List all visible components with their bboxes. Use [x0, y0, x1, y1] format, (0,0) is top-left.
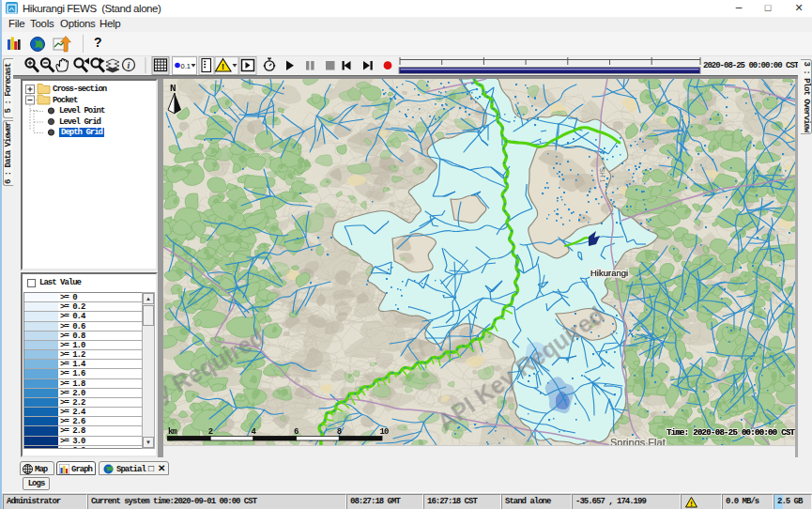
svg-text:10: 10 [380, 427, 389, 437]
svg-text:!: ! [222, 62, 224, 71]
svg-text:i: i [128, 60, 130, 70]
svg-text:2: 2 [208, 427, 213, 437]
svg-text:Time: 2020-08-25 00:00:00 CST: Time: 2020-08-25 00:00:00 CST [666, 428, 795, 438]
svg-text:6: 6 [294, 427, 299, 437]
svg-text:0.1: 0.1 [181, 62, 191, 70]
svg-text:Hikurangi: Hikurangi [590, 268, 628, 278]
svg-text:8: 8 [337, 427, 342, 437]
svg-text:N: N [170, 83, 176, 94]
svg-text:Springs Flat: Springs Flat [610, 437, 666, 445]
svg-text:SH 1: SH 1 [599, 168, 606, 183]
